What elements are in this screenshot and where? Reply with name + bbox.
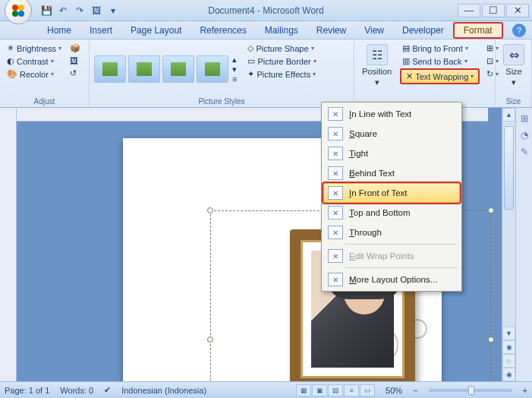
tab-mailings[interactable]: Mailings (256, 22, 307, 39)
tab-format[interactable]: Format (453, 22, 503, 39)
redo-icon[interactable]: ↷ (73, 4, 87, 17)
gallery-icon[interactable]: 🖼 (90, 4, 103, 17)
bring-front-label: Bring to Front (412, 44, 463, 53)
wrap-icon: ✕ (328, 186, 343, 200)
dd-item-more[interactable]: ✕More Layout Options... (323, 270, 460, 289)
draft-view-icon[interactable]: ▭ (360, 384, 375, 396)
next-page-icon[interactable]: ◉ (502, 368, 515, 381)
scroll-down-icon[interactable]: ▼ (502, 327, 515, 340)
window-controls: — ☐ ✕ (458, 4, 529, 17)
office-button[interactable] (5, 0, 32, 24)
dd-item-label: Through (349, 228, 382, 237)
tab-view[interactable]: View (355, 22, 393, 39)
size-icon: ⇔ (503, 44, 524, 65)
tab-home[interactable]: Home (38, 22, 80, 39)
style-thumb-3[interactable] (162, 55, 194, 83)
compress-pictures-icon[interactable]: 📦 (68, 43, 83, 54)
maximize-button[interactable]: ☐ (482, 4, 505, 17)
side-toolbar: ⊞ ◔ ✎ (515, 108, 532, 381)
size-label: Size (505, 67, 521, 76)
dd-item-inline[interactable]: ✕In Line with Text (323, 104, 460, 124)
dd-item-tight[interactable]: ✕Tight (323, 144, 460, 163)
vertical-ruler[interactable] (0, 108, 17, 381)
style-thumb-1[interactable] (94, 55, 126, 83)
zoom-in-button[interactable]: + (523, 386, 527, 395)
tab-page-layout[interactable]: Page Layout (121, 22, 190, 39)
dd-item-topbottom[interactable]: ✕Top and Bottom (323, 203, 460, 223)
dd-item-behind[interactable]: ✕Behind Text (323, 163, 460, 183)
side-icon-1[interactable]: ⊞ (518, 112, 530, 125)
side-icon-2[interactable]: ◔ (518, 129, 530, 141)
tab-review[interactable]: Review (307, 22, 355, 39)
contrast-button[interactable]: ◐ Contrast ▾ (5, 55, 64, 67)
size-button[interactable]: ⇔ Size ▾ (500, 43, 527, 96)
style-thumb-2[interactable] (128, 55, 160, 83)
scroll-thumb[interactable] (504, 126, 514, 210)
vertical-scrollbar[interactable]: ▲ ▼ ◉ ○ ◉ (502, 108, 515, 381)
status-language[interactable]: Indonesian (Indonesia) (121, 386, 206, 395)
close-button[interactable]: ✕ (506, 4, 529, 17)
scroll-track[interactable] (502, 122, 515, 327)
picture-border-button[interactable]: ▭ Picture Border ▾ (245, 55, 318, 67)
zoom-slider[interactable] (429, 389, 512, 392)
text-wrapping-dropdown: ✕In Line with Text✕Square✕Tight✕Behind T… (321, 102, 462, 292)
dd-item-label: In Front of Text (349, 188, 408, 197)
tab-developer[interactable]: Developer (393, 22, 453, 39)
gallery-more-icon[interactable]: ≡ (231, 74, 238, 84)
window-title: Document4 - Microsoft Word (208, 5, 324, 16)
print-layout-view-icon[interactable]: ▦ (296, 384, 311, 396)
prev-page-icon[interactable]: ◉ (502, 340, 515, 354)
dd-item-front[interactable]: ✕In Front of Text (323, 183, 460, 203)
svg-point-3 (18, 11, 24, 17)
resize-handle-mr[interactable] (488, 336, 494, 343)
brightness-button[interactable]: ☀ Brightness ▾ (5, 43, 64, 54)
style-thumb-4[interactable] (197, 55, 228, 83)
resize-handle-tr[interactable] (488, 207, 494, 213)
text-wrapping-label: Text Wrapping (415, 72, 468, 81)
browse-object-icon[interactable]: ○ (502, 354, 515, 368)
gallery-up-icon[interactable]: ▴ (231, 55, 238, 65)
wrap-icon: ✕ (328, 273, 343, 286)
contrast-label: Contrast (17, 57, 49, 66)
side-icon-3[interactable]: ✎ (518, 146, 530, 158)
status-proofing-icon[interactable]: ✔ (104, 385, 111, 395)
dd-item-square[interactable]: ✕Square (323, 124, 460, 144)
full-screen-view-icon[interactable]: ▣ (312, 384, 327, 396)
undo-icon[interactable]: ↶ (56, 4, 70, 17)
resize-handle-tl[interactable] (207, 207, 213, 213)
picture-effects-button[interactable]: ✦ Picture Effects ▾ (245, 68, 318, 80)
reset-picture-icon[interactable]: ↺ (68, 68, 83, 79)
qat-dropdown-icon[interactable]: ▾ (106, 4, 120, 17)
zoom-level[interactable]: 50% (386, 386, 402, 395)
group-arrange: ☷ Position ▾ ▤ Bring to Front ▾ ▥ Send t… (354, 39, 496, 107)
help-icon[interactable]: ? (512, 24, 526, 37)
outline-view-icon[interactable]: ≡ (344, 384, 359, 396)
minimize-button[interactable]: — (458, 4, 480, 17)
svg-point-0 (12, 5, 18, 11)
save-icon[interactable]: 💾 (39, 4, 53, 17)
recolor-button[interactable]: 🎨 Recolor ▾ (5, 68, 64, 80)
dd-item-label: Tight (349, 149, 368, 158)
wrap-icon: ✕ (328, 166, 343, 180)
status-page[interactable]: Page: 1 of 1 (5, 386, 49, 395)
bring-to-front-button[interactable]: ▤ Bring to Front ▾ (400, 43, 480, 54)
zoom-knob[interactable] (468, 386, 474, 395)
zoom-out-button[interactable]: − (413, 386, 417, 395)
scroll-up-icon[interactable]: ▲ (502, 108, 515, 122)
picture-effects-label: Picture Effects (257, 70, 310, 79)
send-to-back-button[interactable]: ▥ Send to Back ▾ (400, 55, 480, 67)
wrap-icon: ✕ (328, 107, 343, 121)
text-wrapping-button[interactable]: ✕ Text Wrapping ▾ (400, 68, 480, 84)
tab-references[interactable]: References (190, 22, 255, 39)
picture-shape-button[interactable]: ◇ Picture Shape ▾ (245, 43, 318, 54)
gallery-down-icon[interactable]: ▾ (231, 65, 238, 74)
web-layout-view-icon[interactable]: ▤ (328, 384, 343, 396)
view-buttons: ▦ ▣ ▤ ≡ ▭ (296, 384, 375, 396)
status-words[interactable]: Words: 0 (60, 386, 93, 395)
position-button[interactable]: ☷ Position ▾ (359, 43, 395, 106)
picture-styles-gallery[interactable]: ▴ ▾ ≡ (94, 43, 238, 96)
dd-item-through[interactable]: ✕Through (323, 223, 460, 242)
tab-insert[interactable]: Insert (80, 22, 121, 39)
resize-handle-ml[interactable] (207, 336, 213, 343)
change-picture-icon[interactable]: 🖼 (68, 55, 83, 66)
